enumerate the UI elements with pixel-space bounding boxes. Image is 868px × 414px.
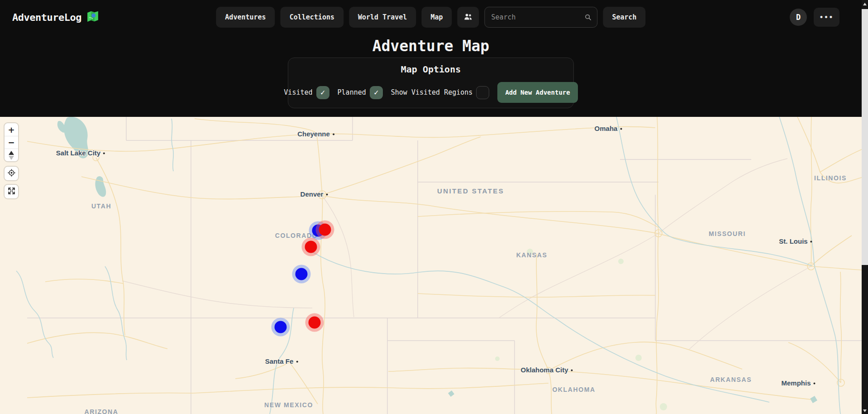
adventure-marker-red[interactable] [319,224,331,236]
zoom-out-button[interactable]: − [5,136,18,149]
scrollbar-down-arrow[interactable] [863,409,867,412]
app-title: AdventureLog [12,12,81,23]
city-label-omaha: Omaha [595,125,622,132]
app-logo[interactable]: AdventureLog [12,10,100,25]
state-label-utah: UTAH [91,202,111,210]
city-label-st-louis: St. Louis [779,237,812,245]
compass-button[interactable] [5,149,18,161]
scrollbar-up-arrow[interactable] [863,3,867,5]
navbar: AdventureLog AdventuresCollectionsWorld … [0,0,862,34]
city-label-cheyenne: Cheyenne [297,130,334,138]
state-label-arkansas: ARKANSAS [710,376,752,383]
city-label-oklahoma-city: Oklahoma City [520,366,572,374]
checkbox-planned[interactable]: ✓ [370,86,383,99]
nav-button-world-travel[interactable]: World Travel [349,7,416,28]
map-logo-icon [86,10,100,25]
map-options-row: Visited✓Planned✓Show Visited RegionsAdd … [296,82,566,103]
fullscreen-button[interactable] [5,185,18,198]
fullscreen-icon [7,187,16,197]
geolocate-button[interactable] [5,167,18,180]
toggle-label-visited: Visited [284,88,312,96]
state-label-colorado: COLORADO [275,232,318,239]
add-new-adventure-button[interactable]: Add New Adventure [497,82,577,103]
page-scrollbar[interactable] [862,0,868,414]
avatar[interactable]: D [790,9,807,26]
compass-icon [9,151,14,160]
adventure-marker-red[interactable] [305,241,317,253]
search-box [484,7,597,28]
state-label-kansas: KANSAS [516,251,548,259]
state-label-missouri: MISSOURI [709,230,746,237]
users-nav-button[interactable] [457,7,479,28]
state-label-illinois: ILLINOIS [814,174,847,182]
state-label-new-mexico: NEW MEXICO [264,401,313,409]
users-icon [463,12,473,23]
map-options-card: Map Options Visited✓Planned✓Show Visited… [288,58,574,108]
adventure-marker-blue[interactable] [296,268,308,280]
adventure-marker-red[interactable] [309,317,321,329]
nav-right: D ••• [790,0,839,34]
search-button[interactable]: Search [603,7,645,28]
adventure-marker-blue[interactable] [275,321,287,333]
nav-center: AdventuresCollectionsWorld TravelMap Sea… [216,7,645,28]
map-options-title: Map Options [296,64,566,75]
map-zoom-controls: + − [5,123,18,161]
geolocate-icon [7,168,16,178]
scrollbar-thumb[interactable] [862,9,868,265]
checkbox-show-visited-regions[interactable] [476,86,489,99]
toggle-visited: Visited✓ [284,86,329,99]
state-label-arizona: ARIZONA [85,408,119,414]
toggle-show-visited-regions: Show Visited Regions [391,86,490,99]
map-canvas[interactable]: Salt Lake CityCheyenneDenverOmahaSt. Lou… [0,117,862,414]
overflow-menu-button[interactable]: ••• [814,8,839,27]
zoom-in-button[interactable]: + [5,123,18,136]
state-label-oklahoma: OKLAHOMA [552,386,595,393]
toggle-planned: Planned✓ [338,86,383,99]
page-title: Adventure Map [0,37,862,55]
city-label-santa-fe: Santa Fe [265,357,298,365]
checkbox-visited[interactable]: ✓ [316,86,329,99]
toggle-label-planned: Planned [338,88,366,96]
search-icon [584,13,592,21]
city-label-denver: Denver [300,190,328,198]
map-base-layer [0,117,862,414]
search-input[interactable] [484,7,597,28]
nav-button-map[interactable]: Map [421,7,452,28]
nav-button-adventures[interactable]: Adventures [216,7,275,28]
city-label-salt-lake-city: Salt Lake City [56,149,105,157]
toggle-label-show-visited-regions: Show Visited Regions [391,88,473,96]
city-label-memphis: Memphis [781,379,815,387]
nav-button-collections[interactable]: Collections [281,7,343,28]
state-label-united-states: UNITED STATES [437,187,504,195]
